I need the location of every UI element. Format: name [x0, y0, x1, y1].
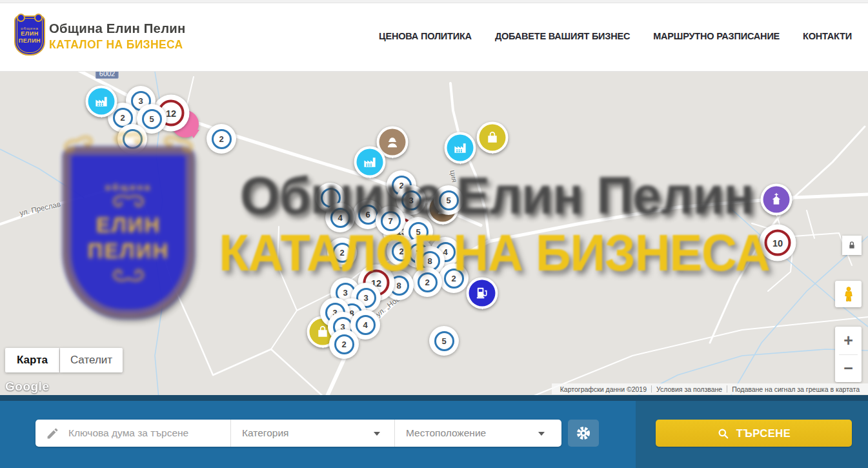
cluster-marker[interactable]: 2	[327, 238, 357, 267]
pencil-icon	[46, 427, 59, 440]
cluster-marker[interactable]: 2	[439, 263, 469, 293]
google-logo[interactable]: Google	[5, 380, 49, 394]
map-type-button[interactable]: Карта	[5, 348, 59, 372]
factory-pin[interactable]	[86, 86, 117, 117]
cluster-marker[interactable]: 5	[429, 326, 459, 356]
location-value: Местоположение	[406, 427, 486, 439]
category-select[interactable]: Категория	[231, 420, 395, 447]
nav-item-pricing[interactable]: ЦЕНОВА ПОЛИТИКА	[379, 31, 472, 41]
cluster-marker[interactable]: 2	[207, 124, 236, 154]
main-nav: ЦЕНОВА ПОЛИТИКА ДОБАВЕТЕ ВАШИЯТ БИЗНЕС М…	[379, 0, 852, 72]
nav-item-contacts[interactable]: КОНТАКТИ	[803, 31, 852, 41]
bag-pin[interactable]	[477, 122, 509, 154]
factory-pin[interactable]	[354, 147, 386, 178]
site-title: Община Елин Пелин	[49, 21, 185, 36]
zoom-control: + −	[835, 327, 862, 382]
satellite-type-button[interactable]: Сателит	[60, 348, 123, 372]
cluster-marker[interactable]: 5	[434, 185, 463, 215]
zoom-in-button[interactable]: +	[835, 327, 862, 354]
location-select[interactable]: Местоположение	[395, 420, 561, 447]
header: община ЕЛИН ПЕЛИН Община Елин Пелин КАТА…	[0, 0, 868, 72]
search-button-label: ТЪРСЕНЕ	[736, 427, 791, 440]
logo-name-line1: ЕЛИН	[21, 30, 38, 37]
cluster-marker[interactable]: 10	[760, 225, 796, 261]
search-bar-top-strip	[0, 395, 868, 401]
keyword-input[interactable]	[67, 427, 230, 440]
lock-icon	[847, 240, 857, 250]
church-pin[interactable]	[761, 184, 792, 216]
report-error-link[interactable]: Подаване на сигнал за грешка в картата	[732, 385, 860, 393]
pegman-control[interactable]	[835, 281, 862, 307]
chevron-down-icon	[374, 432, 380, 439]
keyword-section	[35, 420, 231, 447]
factory-pin[interactable]	[445, 132, 476, 164]
chevron-down-icon	[538, 432, 545, 439]
zoom-out-button[interactable]: −	[835, 355, 862, 383]
site-subtitle: КАТАЛОГ НА БИЗНЕСА	[49, 38, 185, 52]
nav-item-add-business[interactable]: ДОБАВЕТЕ ВАШИЯТ БИЗНЕС	[495, 31, 630, 41]
municipality-logo[interactable]: община ЕЛИН ПЕЛИН	[14, 15, 45, 56]
cluster-marker[interactable]: 4	[325, 203, 355, 232]
cluster-marker[interactable]: 2	[329, 329, 359, 359]
map-attribution: Картографски данни ©2019 Условия за полз…	[552, 383, 868, 394]
cluster-marker[interactable]: 7	[376, 206, 405, 236]
search-fields: Категория Местоположение	[35, 420, 561, 447]
gear-icon	[576, 425, 591, 441]
markers-layer: 12325223564137522748228123383342510	[0, 72, 868, 398]
search-bar: Категория Местоположение ТЪРСЕНЕ	[0, 395, 868, 468]
pegman-icon	[840, 285, 857, 304]
fuel-pin[interactable]	[467, 278, 498, 309]
logo-name-line2: ПЕЛИН	[19, 37, 41, 45]
cluster-marker[interactable]: 2	[412, 267, 442, 297]
attribution-data: Картографски данни ©2019	[556, 385, 651, 393]
terms-link[interactable]: Условия за ползване	[656, 385, 722, 393]
cluster-marker[interactable]	[117, 124, 147, 154]
page: община ЕЛИН ПЕЛИН Община Елин Пелин КАТА…	[0, 0, 868, 468]
nav-item-bus-schedule[interactable]: МАРШРУТНО РАЗПИСАНИЕ	[653, 31, 780, 41]
search-icon	[717, 427, 729, 440]
brand-block: Община Елин Пелин КАТАЛОГ НА БИЗНЕСА	[49, 21, 190, 52]
advanced-settings-button[interactable]	[568, 420, 599, 447]
map-canvas[interactable]: 6002ул. Преславциябул. „Новосел 12325223…	[0, 72, 868, 398]
lock-button[interactable]	[842, 236, 862, 255]
category-value: Категория	[242, 427, 288, 439]
search-button[interactable]: ТЪРСЕНЕ	[656, 420, 852, 447]
